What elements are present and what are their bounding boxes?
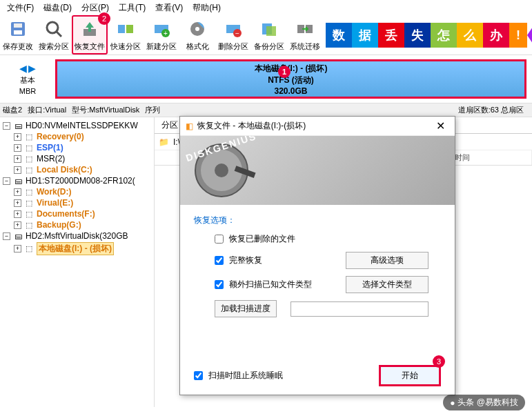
tree-toggle-icon[interactable]: −: [3, 177, 10, 185]
options-label: 恢复选项：: [194, 215, 441, 226]
save-icon: [7, 18, 29, 40]
folder-icon: 📁: [159, 137, 169, 147]
toolbar-delete-button[interactable]: −删除分区: [215, 15, 251, 55]
tree-toggle-icon[interactable]: −: [3, 232, 10, 240]
tree-volume-node[interactable]: +⬚Virual(E:): [3, 197, 151, 208]
backup-icon: [258, 18, 280, 40]
checkbox-extra-scan[interactable]: [215, 280, 224, 289]
dialog-title-text: 恢复文件 - 本地磁盘(I:)-(损坏): [197, 120, 306, 132]
volume-icon: ⬚: [23, 132, 35, 141]
tree-toggle-icon[interactable]: +: [14, 221, 21, 229]
volume-icon: ⬚: [23, 245, 35, 253]
toolbar-label: 搜索分区: [39, 41, 69, 52]
annotation-marker-2: 2: [98, 12, 110, 25]
toolbar-label: 保存更改: [3, 41, 33, 52]
label-prevent-sleep: 扫描时阻止系统睡眠: [208, 370, 283, 382]
disk-icon: 🖴: [12, 121, 23, 130]
menu-help[interactable]: 帮助(H): [188, 1, 225, 15]
tree-label: Local Disk(C:): [37, 165, 92, 175]
mbr-label: MBR: [19, 87, 36, 95]
toolbar-save-button[interactable]: 保存更改: [0, 15, 36, 55]
status-model: 型号:MsftVirtualDisk: [72, 105, 139, 115]
promo-banner: 数据丢失怎么办! DiskG: [326, 15, 532, 55]
format-icon: [186, 18, 208, 40]
tree-toggle-icon[interactable]: +: [14, 166, 21, 174]
tree-label: Work(D:): [37, 187, 71, 197]
tree-disk-node[interactable]: −🖴HD2:MsftVirtualDisk(320GB: [3, 230, 151, 241]
tree-toggle-icon[interactable]: +: [14, 133, 21, 141]
tree-toggle-icon[interactable]: +: [14, 210, 21, 218]
load-progress-button[interactable]: 加载扫描进度: [215, 300, 277, 317]
toolbar-label: 删除分区: [218, 41, 248, 52]
toolbar-migrate-button[interactable]: 系统迁移: [287, 15, 323, 55]
tree-toggle-icon[interactable]: +: [14, 245, 21, 252]
menu-disk[interactable]: 磁盘(D): [39, 1, 76, 15]
recover-icon: [79, 18, 101, 40]
svg-text:−: −: [235, 30, 239, 37]
menu-partition[interactable]: 分区(P): [77, 1, 113, 15]
progress-path-input[interactable]: [290, 301, 428, 317]
status-interface: 接口:Virtual: [28, 105, 66, 115]
menu-tools[interactable]: 工具(T): [115, 1, 150, 15]
svg-line-4: [57, 32, 61, 37]
toolbar-label: 恢复文件: [75, 41, 105, 52]
tree-volume-node[interactable]: +⬚Documents(F:): [3, 208, 151, 219]
start-button[interactable]: 开始: [379, 365, 441, 386]
dialog-body: 恢复选项： 恢复已删除的文件 完整恢复 高级选项 额外扫描已知文件类型 选择文件…: [180, 205, 455, 334]
advanced-button[interactable]: 高级选项: [346, 252, 428, 269]
watermark: ● 头条 @易数科技: [443, 395, 525, 410]
status-disk: 磁盘2: [3, 105, 22, 115]
partition-fs: NTFS (活动): [268, 75, 314, 86]
tree-volume-node[interactable]: +⬚Recovery(0): [3, 131, 151, 142]
partition-size: 320.0GB: [274, 86, 307, 96]
menu-view[interactable]: 查看(V): [151, 1, 187, 15]
toolbar-search-button[interactable]: 搜索分区: [36, 15, 72, 55]
toolbar-format-button[interactable]: 格式化: [179, 15, 215, 55]
checkbox-full[interactable]: [215, 256, 224, 265]
annotation-marker-1: 1: [278, 66, 290, 78]
volume-icon: ⬚: [23, 188, 35, 196]
status-sectors: 道扇区数:63 总扇区: [458, 105, 524, 115]
nav-prev-icon[interactable]: ◀: [19, 63, 27, 74]
svg-point-12: [195, 27, 199, 31]
tree-volume-node[interactable]: +⬚Work(D:): [3, 186, 151, 197]
tree-toggle-icon[interactable]: +: [14, 199, 21, 207]
nav-next-icon[interactable]: ▶: [28, 63, 36, 74]
tree-volume-node[interactable]: +⬚ESP(1): [3, 142, 151, 153]
tree-toggle-icon[interactable]: +: [14, 188, 21, 196]
tree-disk-node[interactable]: −🖴HD1:ST2000DM008-2FR102(: [3, 175, 151, 186]
toolbar-label: 格式化: [186, 41, 209, 52]
tree-volume-node[interactable]: +⬚Backup(G:): [3, 219, 151, 230]
tree-label: Recovery(0): [37, 132, 84, 141]
toolbar-partfast-button[interactable]: 快速分区: [108, 15, 144, 55]
tree-toggle-icon[interactable]: +: [14, 155, 21, 163]
tree-label: Virual(E:): [37, 198, 73, 208]
partition-bar[interactable]: 1 本地磁盘(I:) - (损坏) NTFS (活动) 320.0GB: [55, 59, 526, 99]
close-icon[interactable]: ✕: [432, 119, 449, 132]
disk-icon: 🖴: [12, 177, 23, 185]
partfast-icon: [115, 18, 137, 40]
checkbox-deleted[interactable]: [215, 235, 224, 244]
tree-label: ESP(1): [37, 143, 63, 152]
tree-volume-node[interactable]: +⬚本地磁盘(I:) - (损坏): [3, 241, 151, 256]
col-time[interactable]: 时间: [449, 150, 532, 165]
tree-volume-node[interactable]: +⬚Local Disk(C:): [3, 164, 151, 175]
volume-icon: ⬚: [23, 210, 35, 218]
tree-disk-node[interactable]: −🖴HD0:NVMeINTELSSDPEKKW: [3, 120, 151, 131]
tree-volume-node[interactable]: +⬚MSR(2): [3, 153, 151, 164]
toolbar-recover-button[interactable]: 恢复文件2: [72, 15, 108, 55]
status-bar: 磁盘2 接口:Virtual 型号:MsftVirtualDisk 序列 道扇区…: [0, 103, 532, 117]
tree-toggle-icon[interactable]: +: [14, 144, 21, 152]
tree-label: HD1:ST2000DM008-2FR102(: [26, 176, 135, 186]
search-icon: [43, 18, 65, 40]
tree-toggle-icon[interactable]: −: [3, 122, 10, 130]
banner-char: 据: [352, 23, 378, 48]
toolbar-backup-button[interactable]: 备份分区: [251, 15, 287, 55]
disk-tree: −🖴HD0:NVMeINTELSSDPEKKW+⬚Recovery(0)+⬚ES…: [0, 117, 155, 407]
toolbar-partnew-button[interactable]: +新建分区: [144, 15, 179, 55]
checkbox-prevent-sleep[interactable]: [194, 371, 203, 380]
filetypes-button[interactable]: 选择文件类型: [346, 276, 428, 293]
menu-file[interactable]: 文件(F): [3, 1, 38, 15]
banner-char: 数: [326, 23, 352, 48]
banner-char: 么: [457, 23, 483, 48]
